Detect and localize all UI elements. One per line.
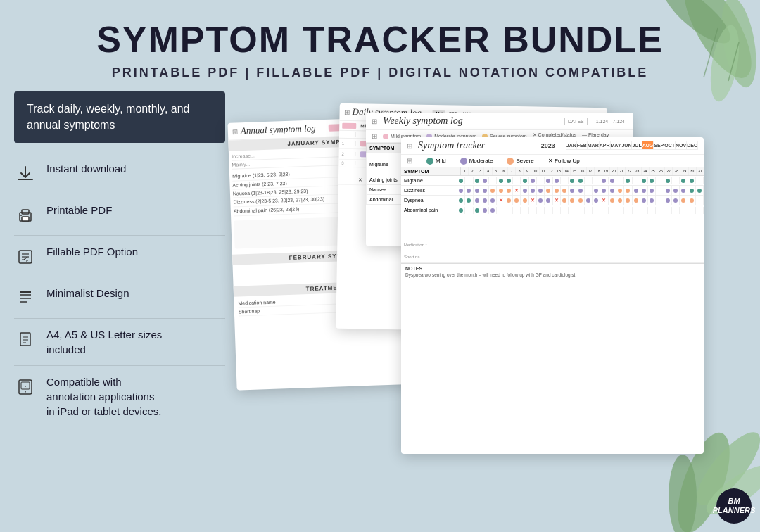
feature-instant-download-text: Instant download xyxy=(46,161,126,176)
features-list: Instant download Printable PDF xyxy=(14,156,225,424)
weekly-header: ⊞ Weekly symptom log DATES 1.124 - 7.124 xyxy=(366,113,633,130)
svg-point-13 xyxy=(20,215,22,216)
main-container: SYMPTOM TRACKER BUNDLE PRINTABLE PDF | F… xyxy=(0,0,760,532)
left-panel: Track daily, weekly, monthly, and annual… xyxy=(14,91,225,525)
feature-fillable-pdf-text: Fillable PDF Option xyxy=(46,244,138,259)
annual-log-title: Annual symptom log xyxy=(241,122,327,137)
symptom-tracker-card: ⊞ Symptom tracker 2023 JAN FEB MAR APR M… xyxy=(401,137,704,454)
svg-rect-27 xyxy=(21,382,30,389)
tracker-row-empty-4: Short na... xyxy=(401,251,704,263)
tracker-row-dizziness: Dizziness ✕ xyxy=(401,186,704,196)
right-panel: ⊞ Annual symptom log Mild Moderate sy...… xyxy=(225,91,746,525)
edit-icon xyxy=(14,246,37,268)
tracker-year: 2023 xyxy=(541,142,555,149)
tracker-row-abdominal: Abdominal pain xyxy=(401,205,704,215)
svg-rect-12 xyxy=(22,217,29,221)
brand-text: BMPLANNERS xyxy=(713,497,756,515)
document-stack: ⊞ Annual symptom log Mild Moderate sy...… xyxy=(225,99,746,464)
print-icon xyxy=(14,204,37,227)
tablet-icon xyxy=(14,376,37,398)
divider-5 xyxy=(14,365,225,366)
weekly-title: Weekly symptom log xyxy=(383,115,559,127)
tracker-legend: ⊞ Mild Moderate Severe ✕ Follow Up xyxy=(401,155,704,167)
content-area: Track daily, weekly, monthly, and annual… xyxy=(0,91,760,532)
download-icon xyxy=(14,163,37,185)
tracker-title: Symptom tracker xyxy=(418,140,536,151)
tracker-row-empty-2 xyxy=(401,227,704,239)
track-banner: Track daily, weekly, monthly, and annual… xyxy=(14,91,225,143)
tracker-grid-header: SYMPTOM 1 2 3 4 5 6 7 8 9 10 11 xyxy=(401,167,704,176)
document-icon xyxy=(14,329,37,351)
svg-rect-11 xyxy=(22,210,29,214)
feature-printable-pdf: Printable PDF xyxy=(14,197,225,232)
notes-text: Dyspnea worsening over the month – will … xyxy=(405,272,699,277)
tracker-header: ⊞ Symptom tracker 2023 JAN FEB MAR APR M… xyxy=(401,137,704,155)
tracker-row-migraine: Migraine xyxy=(401,176,704,186)
feature-fillable-pdf: Fillable PDF Option xyxy=(14,239,225,274)
tracker-row-empty-1 xyxy=(401,215,704,227)
feature-minimalist-text: Minimalist Design xyxy=(46,286,129,300)
divider-2 xyxy=(14,235,225,236)
divider-4 xyxy=(14,318,225,319)
tracker-row-empty-3: Medication t... ... xyxy=(401,239,704,251)
divider-1 xyxy=(14,194,225,194)
brand-badge: BMPLANNERS xyxy=(716,488,752,524)
notes-section: NOTES Dyspnea worsening over the month –… xyxy=(401,263,704,279)
feature-printable-pdf-text: Printable PDF xyxy=(46,203,112,217)
feature-sizes: A4, A5 & US Letter sizesincluded xyxy=(14,322,225,362)
feature-sizes-text: A4, A5 & US Letter sizesincluded xyxy=(46,327,162,357)
feature-compatible-text: Compatible withannotation applicationsin… xyxy=(46,374,161,419)
feature-minimalist: Minimalist Design xyxy=(14,280,225,315)
feature-compatible: Compatible withannotation applicationsin… xyxy=(14,369,225,424)
feature-instant-download: Instant download xyxy=(14,156,225,191)
tracker-row-dyspnea: Dyspnea ✕ ✕ xyxy=(401,196,704,205)
svg-rect-21 xyxy=(20,333,30,346)
notes-label: NOTES xyxy=(405,266,699,271)
divider-3 xyxy=(14,277,225,277)
list-icon xyxy=(14,287,37,310)
